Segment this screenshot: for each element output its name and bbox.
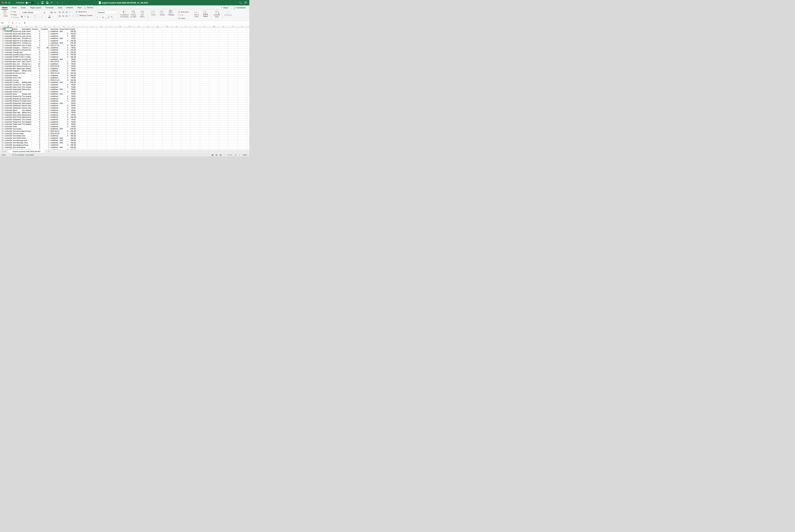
home-icon[interactable]: ⌂ [37, 2, 39, 4]
cell-W2[interactable] [209, 30, 219, 33]
cell-Y2[interactable] [228, 30, 238, 33]
cell-X15[interactable] [219, 60, 228, 63]
cell-B48[interactable]: Test Global Rank [12, 137, 21, 139]
cell-S24[interactable] [172, 81, 181, 84]
cell-R10[interactable] [163, 49, 172, 51]
cell-D28[interactable]: 0 [31, 91, 40, 93]
cell-Z2[interactable] [238, 30, 247, 33]
cell-P27[interactable] [144, 88, 153, 91]
cell-G14[interactable]: N/A [59, 58, 69, 60]
insert-function-icon[interactable]: fx [19, 22, 20, 24]
cell-S4[interactable] [172, 35, 181, 37]
cell-T10[interactable] [181, 49, 191, 51]
decrease-indent-icon[interactable]: ⇤ [69, 15, 71, 17]
cell-K21[interactable] [97, 74, 106, 77]
cell-S21[interactable] [172, 74, 181, 77]
cell-X52[interactable] [219, 146, 228, 149]
cell-S25[interactable] [172, 83, 181, 86]
cell-P24[interactable] [144, 81, 153, 84]
column-header-L[interactable]: L [106, 25, 116, 28]
column-header-X[interactable]: X [219, 25, 228, 28]
cell-L43[interactable] [106, 126, 116, 128]
cell-S28[interactable] [172, 91, 181, 93]
cell-L18[interactable] [106, 68, 116, 70]
cell-A1[interactable]: $ [4, 28, 12, 30]
cell-S47[interactable] [172, 135, 181, 137]
cell-W39[interactable] [209, 116, 219, 118]
cell-D15[interactable]: 0 [31, 60, 40, 63]
cell-O11[interactable] [134, 51, 144, 54]
cell-T24[interactable] [181, 81, 191, 84]
cell-H27[interactable]: TRUE [69, 88, 78, 91]
cell-W24[interactable] [209, 81, 219, 84]
cell-Y22[interactable] [228, 77, 238, 79]
cell-Q28[interactable] [153, 91, 163, 93]
cell-G1[interactable]: Issue Count [59, 28, 69, 30]
cell-Z17[interactable] [238, 65, 247, 68]
cell-D14[interactable]: 0 [31, 58, 40, 60]
cell-U6[interactable] [191, 40, 200, 42]
cell-A10[interactable]: customfield_ [4, 49, 12, 51]
cell-R14[interactable] [163, 58, 172, 60]
cell-S38[interactable] [172, 114, 181, 116]
cell-V22[interactable] [200, 77, 209, 79]
cell-A20[interactable]: customfield_ [4, 72, 12, 74]
cell-H20[interactable]: FALSE [69, 72, 78, 74]
cell-W15[interactable] [209, 60, 219, 63]
format-painter-button[interactable]: ✎Format [11, 16, 19, 18]
column-header-G[interactable]: G [59, 25, 69, 28]
cell-T9[interactable] [181, 46, 191, 49]
cell-B49[interactable]: Test Message Edit [12, 139, 21, 142]
share-button[interactable]: ↗ Share [219, 6, 230, 10]
cell-K17[interactable] [97, 65, 106, 68]
cell-Z18[interactable] [238, 68, 247, 70]
cell-P41[interactable] [144, 121, 153, 123]
cell-G24[interactable]: N/A [59, 81, 69, 84]
cell-V9[interactable] [200, 46, 209, 49]
cell-O29[interactable] [134, 93, 144, 95]
cell-R41[interactable] [163, 121, 172, 123]
cell-C35[interactable]: Stores reque [21, 107, 31, 109]
cell-F40[interactable]: undefined [50, 118, 59, 121]
cell-C26[interactable]: The number [21, 86, 31, 88]
cell-W22[interactable] [209, 77, 219, 79]
cell-D50[interactable]: 3 [31, 141, 40, 144]
cell-U34[interactable] [191, 104, 200, 107]
row-header-26[interactable]: 26 [0, 86, 4, 88]
row-header-46[interactable]: 46 [0, 132, 4, 135]
column-header-B[interactable]: B [12, 25, 21, 28]
cell-H12[interactable]: FALSE [69, 54, 78, 56]
cell-E26[interactable]: 1 [40, 86, 50, 88]
cell-L38[interactable] [106, 114, 116, 116]
cell-U23[interactable] [191, 79, 200, 81]
cell-Y9[interactable] [228, 46, 238, 49]
cell-M7[interactable] [116, 42, 125, 44]
cell-M19[interactable] [116, 70, 125, 72]
cell-D6[interactable]: 0 [31, 40, 40, 42]
cell-E47[interactable]: 2 [40, 135, 50, 137]
cell-R25[interactable] [163, 83, 172, 86]
cell-C39[interactable]: Measuremen [21, 116, 31, 118]
cell-A43[interactable]: customfield_ [4, 126, 12, 128]
cell-R32[interactable] [163, 100, 172, 102]
cell-X31[interactable] [219, 98, 228, 100]
cell-R22[interactable] [163, 77, 172, 79]
cell-B8[interactable]: Attachment S [12, 44, 21, 46]
cell-E44[interactable]: 1 [40, 128, 50, 130]
cell-Z50[interactable] [238, 141, 247, 144]
cell-E24[interactable]: 0 [40, 81, 50, 84]
cell-E7[interactable]: 1 [40, 42, 50, 44]
cell-T17[interactable] [181, 65, 191, 68]
cell-N6[interactable] [125, 40, 134, 42]
cell-N27[interactable] [125, 88, 134, 91]
cell-D9[interactable]: 714 [31, 46, 40, 49]
row-header-21[interactable]: 21 [0, 74, 4, 77]
cell-K19[interactable] [97, 70, 106, 72]
cell-G46[interactable]: 1 [59, 132, 69, 135]
row-header-22[interactable]: 22 [0, 77, 4, 79]
row-header-5[interactable]: 5 [0, 37, 4, 40]
cell-A38[interactable]: customfield_ [4, 114, 12, 116]
cell-X3[interactable] [219, 33, 228, 35]
cell-Z24[interactable] [238, 81, 247, 84]
cell-R19[interactable] [163, 70, 172, 72]
